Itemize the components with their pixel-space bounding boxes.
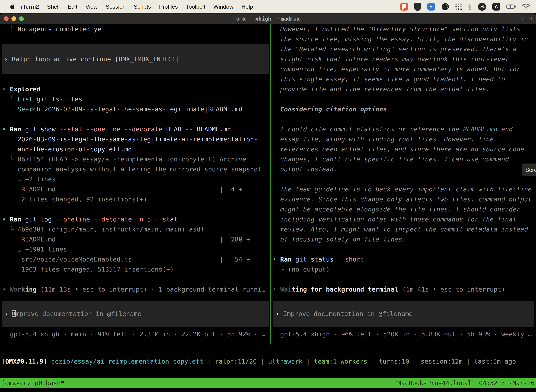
terminal-line: └ List git ls-files <box>0 94 270 104</box>
ralph-loop-text: › Ralph loop active continue [OMX_TMUX_I… <box>2 54 180 64</box>
thinking-text-line: The team guideline is to back every impo… <box>271 184 536 194</box>
keyboard-layout-icon[interactable]: A <box>492 3 500 10</box>
terminal-line: companion analysis without altering the … <box>0 164 270 174</box>
thinking-text-line: slight risk that future readers may over… <box>271 54 536 64</box>
zoom-window-button[interactable] <box>19 16 24 21</box>
screen-share-overlay-label: Scre <box>525 167 536 173</box>
dots-grid-icon[interactable] <box>455 4 462 10</box>
prompt-input-left-text: › Improve documentation in @filename <box>2 309 141 319</box>
thinking-text-line: I could cite commit statistics or refere… <box>271 124 536 134</box>
ran-command-line: • Ran git log --oneline --decorate -n 5 … <box>0 214 270 224</box>
agent-pane-left: └ No agents completed yet › Ralph loop a… <box>0 24 270 344</box>
terminal-line: src/voice/voiceModeEnabled.ts | 54 + <box>0 254 270 264</box>
thinking-text-line: references need actual files, and since … <box>271 144 536 154</box>
model-status-line-left: gpt-5.4 xhigh · main · 91% left · 2.31M … <box>0 329 270 339</box>
menu-bar-tray: § ..61 A <box>400 3 536 11</box>
model-status-line-right: gpt-5.4 xhigh · 96% left · 520K in · 5.8… <box>271 329 536 339</box>
ran-command-line: • Ran git show --stat --oneline --decora… <box>0 124 270 134</box>
thinking-text-line: including verification notes with those … <box>271 214 536 224</box>
omx-status-line: [OMX#0.11.9] cczip/essay/ai-reimplementa… <box>0 344 536 378</box>
menu-item-edit[interactable]: Edit <box>64 4 81 10</box>
menu-item-session[interactable]: Session <box>102 4 130 10</box>
counter-badge-icon[interactable]: ..61 <box>478 3 486 11</box>
terminal-line: 2 files changed, 92 insertions(+) <box>0 194 270 204</box>
blue-bolt-icon[interactable] <box>427 3 435 10</box>
terminal-line: └ No agents completed yet <box>0 24 270 34</box>
squiggle-icon[interactable]: § <box>468 3 472 11</box>
thinking-text-line: this single essay, it seems like a good … <box>271 74 536 84</box>
menu-item-window[interactable]: Window <box>209 4 237 10</box>
window-title: omx --xhigh --madmax <box>236 16 300 22</box>
thinking-text-line: provide file and line references from th… <box>271 84 536 94</box>
prompt-input-left[interactable]: › Improve documentation in @filename <box>2 301 269 327</box>
ran-command-line: • Ran git status --short <box>271 254 536 264</box>
thinking-text-line: essay file, along with finding root file… <box>271 134 536 144</box>
thinking-text-line: evidence. Since this change only affects… <box>271 194 536 204</box>
thinking-text-line: of focusing solely on file lines. <box>271 234 536 244</box>
menu-item-toolbelt[interactable]: Toolbelt <box>182 4 209 10</box>
menu-item-view[interactable]: View <box>81 4 102 10</box>
thinking-text-line: might be acceptable alongside the file l… <box>271 204 536 214</box>
prompt-input-right-text: › Improve documentation in @filename <box>273 309 413 319</box>
explored-header: • Explored <box>0 84 270 94</box>
terminal-line: README.md | 4 + <box>0 184 270 194</box>
menu-item-iterm2[interactable]: iTerm2 <box>17 4 43 10</box>
thinking-section-header: Considering citation options <box>271 104 536 114</box>
wifi-icon[interactable] <box>522 4 530 10</box>
thinking-text-line: output instead. <box>271 164 536 174</box>
terminal-line: 2026-03-09-is-legal-the-same-as-legitima… <box>0 134 270 144</box>
terminal-line: … +1901 lines <box>0 244 270 254</box>
crescent-icon[interactable] <box>441 3 449 10</box>
terminal-line: README.md | 280 + <box>0 234 270 244</box>
menu-item-help[interactable]: Help <box>237 4 257 10</box>
terminal-line: 1903 files changed, 513517 insertions(+) <box>0 264 270 274</box>
tmux-pane-divider[interactable] <box>270 24 271 344</box>
thinking-text-line: changes, I can't cite specific file line… <box>271 154 536 164</box>
working-status-line: • Working (11m 13s • esc to interrupt) ·… <box>0 284 270 294</box>
thinking-text-line: review. Also, I might want to inspect th… <box>271 224 536 234</box>
prompt-input-right[interactable]: › Improve documentation in @filename <box>273 301 534 327</box>
chat-app-icon[interactable] <box>400 3 408 10</box>
tmux-window-label[interactable]: [omx-cczip0:bash* <box>0 379 64 387</box>
battery-icon[interactable] <box>507 4 516 9</box>
terminal-line: … +2 lines <box>0 174 270 184</box>
window-shortcut-badge: ⌥⌘1 <box>519 16 533 22</box>
thinking-text-line: the source tree, missing the essay. Stil… <box>271 34 536 44</box>
tmux-host-clock: "MacBook-Pro-44.local" 04:52 31-Mar-26 <box>394 379 536 387</box>
agent-pane-right: However, I noticed the "Directory Struct… <box>271 24 536 344</box>
terminal-line: └ 4b9d30f (origin/main, instructkr/main,… <box>0 224 270 234</box>
close-window-button[interactable] <box>4 16 9 21</box>
thinking-text-line: However, I noticed the "Directory Struct… <box>271 24 536 34</box>
tmux-status-bar: [omx-cczip0:bash* "MacBook-Pro-44.local"… <box>0 378 536 388</box>
thinking-text-line: the "Related research writing" section i… <box>271 44 536 54</box>
menu-item-shell[interactable]: Shell <box>43 4 64 10</box>
ralph-loop-banner: › Ralph loop active continue [OMX_TMUX_I… <box>2 44 269 74</box>
thinking-text-line: companion file, especially if more comme… <box>271 64 536 74</box>
menu-bar: iTerm2 Shell Edit View Session Scripts P… <box>0 0 536 13</box>
terminal-line: └ (no output) <box>271 264 536 274</box>
waiting-status-line: • Waiting for background terminal (1m 41… <box>271 284 536 294</box>
shield-grid-icon[interactable] <box>414 3 421 11</box>
menu-item-scripts[interactable]: Scripts <box>129 4 155 10</box>
apple-logo-icon[interactable] <box>10 4 15 10</box>
menu-item-profiles[interactable]: Profiles <box>155 4 182 10</box>
terminal-line: └ 067f154 (HEAD -> essay/ai-reimplementa… <box>0 154 270 164</box>
minimize-window-button[interactable] <box>11 16 16 21</box>
terminal-line: and-the-erosion-of-copyleft.md <box>0 144 270 154</box>
window-title-bar: omx --xhigh --madmax ⌥⌘1 <box>0 13 536 24</box>
tree-guide-line <box>12 134 12 157</box>
screen-share-overlay-chip[interactable]: Scre <box>522 163 536 176</box>
terminal-line: Search 2026-03-09-is-legal-the-same-as-l… <box>0 104 270 114</box>
